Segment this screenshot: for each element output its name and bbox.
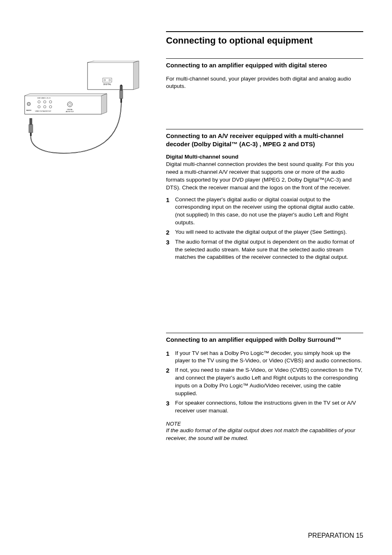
item-text: The audio format of the digital output i… [175,238,363,262]
svg-text:DIGITAL: DIGITAL [103,83,111,85]
sub-heading: Digital Multi-channel sound [166,154,363,160]
item-number: 1 [166,350,175,365]
page-footer: PREPARATION 15 [308,532,363,539]
svg-text:VIDEO OUT: VIDEO OUT [35,111,43,112]
svg-text:DIGITAL: DIGITAL [67,109,72,111]
body-text: Digital multi-channel connection provide… [166,161,363,192]
svg-rect-21 [120,85,122,90]
svg-text:MAINS: MAINS [26,109,32,111]
item-number: 2 [166,366,175,398]
svg-text:AUDIO OUT: AUDIO OUT [66,111,74,113]
item-number: 2 [166,228,175,237]
item-number: 3 [166,238,175,262]
section-heading: Connecting to an A/V receiver equipped w… [166,129,363,148]
connection-diagram: DIGITAL MAINS DVD VIDEO L R L R VIDEO OU… [23,61,140,164]
item-text: For speaker connections, follow the inst… [175,399,363,415]
document-page: Connecting to optional equipment DIGITAL… [0,0,392,555]
note-label: NOTE [166,421,363,427]
list-item: 1 Connect the player's digital audio or … [175,196,363,227]
svg-text:AUDIO OUT: AUDIO OUT [43,111,51,112]
section-digital-stereo: Connecting to an amplifier equipped with… [166,58,363,94]
item-text: If your TV set has a Dolby Pro Logic™ de… [175,350,363,365]
note-text: If the audio format of the digital outpu… [166,427,363,442]
footer-page-number: 15 [356,532,363,539]
list-item: 1 If your TV set has a Dolby Pro Logic™ … [175,350,363,365]
svg-rect-22 [120,90,123,99]
list-item: 3 For speaker connections, follow the in… [175,399,363,415]
item-number: 3 [166,399,175,415]
svg-text:DVD VIDEO L R L R: DVD VIDEO L R L R [37,97,51,99]
svg-rect-24 [30,118,32,124]
section-multichannel-decoder: Connecting to an A/V receiver equipped w… [166,129,363,263]
item-text: If not, you need to make the S-Video, or… [175,366,363,398]
item-number: 1 [166,196,175,227]
list-item: 2 If not, you need to make the S-Video, … [175,366,363,398]
list-item: 3 The audio format of the digital output… [175,238,363,262]
section-dolby-surround: Connecting to an amplifier equipped with… [166,333,363,442]
numbered-list: 1 If your TV set has a Dolby Pro Logic™ … [166,350,363,415]
item-text: You will need to activate the digital ou… [175,228,363,237]
numbered-list: 1 Connect the player's digital audio or … [166,196,363,262]
section-heading: Connecting to an amplifier equipped with… [166,58,363,69]
item-text: Connect the player's digital audio or di… [175,196,363,227]
list-item: 2 You will need to activate the digital … [175,228,363,237]
footer-section-label: PREPARATION [308,532,354,539]
body-text: For multi-channel sound, your player pro… [166,75,363,91]
svg-rect-23 [120,99,122,103]
section-heading: Connecting to an amplifier equipped with… [166,333,363,344]
page-title: Connecting to optional equipment [166,31,363,46]
svg-rect-25 [29,124,33,133]
svg-rect-26 [30,133,32,136]
